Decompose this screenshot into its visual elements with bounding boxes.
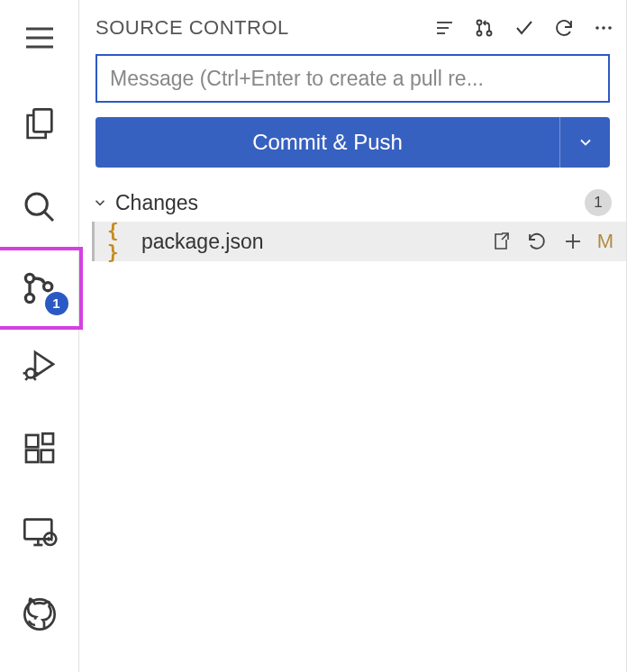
commit-message-input[interactable] — [95, 54, 610, 103]
discard-changes-icon[interactable] — [525, 230, 549, 253]
github-icon[interactable] — [13, 589, 67, 640]
svg-rect-3 — [33, 109, 51, 132]
commit-dropdown-button[interactable] — [559, 117, 610, 168]
svg-point-29 — [487, 32, 492, 36]
file-status-modified: M — [597, 230, 613, 253]
svg-rect-19 — [24, 519, 51, 539]
svg-point-6 — [25, 274, 33, 282]
search-icon[interactable] — [13, 182, 67, 232]
menu-button[interactable] — [13, 13, 67, 63]
changes-section-title: Changes — [115, 191, 585, 215]
panel-title: SOURCE CONTROL — [95, 16, 433, 40]
changed-file-name: package.json — [141, 230, 489, 254]
svg-rect-18 — [42, 433, 53, 444]
changes-count-badge: 1 — [585, 189, 612, 216]
changes-section-header[interactable]: Changes 1 — [79, 187, 626, 222]
scm-badge: 1 — [45, 292, 68, 315]
stage-changes-icon[interactable] — [561, 230, 585, 253]
commit-icon[interactable] — [513, 16, 536, 40]
commit-push-button[interactable]: Commit & Push — [95, 117, 559, 168]
create-pr-icon[interactable] — [473, 16, 496, 40]
svg-point-10 — [26, 368, 35, 377]
svg-point-30 — [595, 26, 599, 30]
source-control-icon[interactable]: 1 — [7, 258, 72, 318]
explorer-icon[interactable] — [13, 99, 67, 150]
svg-point-31 — [602, 26, 605, 30]
open-file-icon[interactable] — [489, 230, 513, 253]
svg-rect-15 — [26, 435, 38, 447]
file-row-actions — [489, 230, 585, 253]
svg-line-13 — [25, 377, 28, 380]
activity-bar: 1 — [0, 0, 79, 672]
json-file-icon: { } — [107, 220, 132, 263]
source-control-panel: SOURCE CONTROL Commit & Push — [79, 0, 627, 672]
view-as-tree-icon[interactable] — [433, 16, 457, 40]
panel-header: SOURCE CONTROL — [79, 9, 626, 50]
svg-line-5 — [44, 212, 53, 221]
svg-point-8 — [43, 283, 51, 291]
changed-file-row[interactable]: { } package.json M — [92, 222, 626, 261]
commit-button-group: Commit & Push — [95, 117, 610, 168]
more-actions-icon[interactable] — [592, 16, 615, 40]
refresh-icon[interactable] — [552, 16, 576, 40]
svg-line-14 — [33, 377, 36, 380]
svg-point-28 — [477, 32, 482, 36]
panel-header-actions — [433, 16, 615, 40]
chevron-down-icon — [92, 195, 108, 211]
svg-point-32 — [608, 26, 612, 30]
run-debug-icon[interactable] — [13, 341, 67, 391]
svg-point-7 — [25, 294, 33, 302]
svg-point-4 — [26, 194, 47, 214]
svg-point-27 — [477, 21, 482, 25]
svg-rect-17 — [41, 450, 52, 461]
extensions-icon[interactable] — [13, 423, 67, 474]
svg-rect-16 — [26, 450, 38, 461]
remote-explorer-icon[interactable] — [13, 506, 67, 557]
